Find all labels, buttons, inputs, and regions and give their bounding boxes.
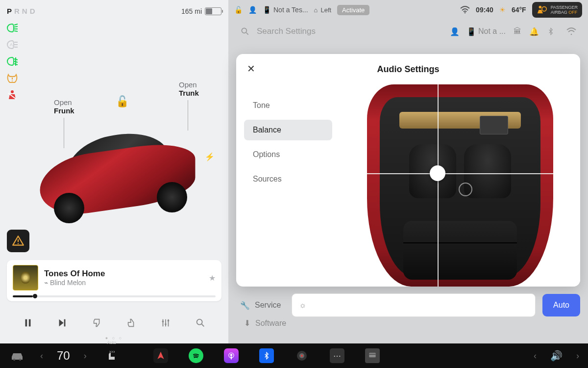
brightness-control[interactable]: ☼ [292,293,536,317]
media-progress[interactable] [13,295,216,297]
range-readout: 165 mi [181,7,202,15]
profile-icon[interactable]: 👤 [248,6,257,14]
close-button[interactable]: ✕ [247,63,255,75]
volume-down-button[interactable]: ‹ [534,351,537,361]
balance-fader-handle[interactable] [430,165,445,181]
svg-point-41 [301,355,303,357]
svg-rect-20 [64,319,66,327]
cast-icon: ⌁ [44,279,48,287]
svg-line-33 [246,33,248,35]
profile-name[interactable]: 📱Not a Tes... [263,6,308,14]
lock-icon[interactable]: 🔓 [234,6,243,14]
favorite-button[interactable]: ★ [209,273,216,283]
svg-point-25 [165,323,167,325]
tab-options[interactable]: Options [244,144,332,165]
unlock-icon[interactable]: 🔓 [116,95,129,108]
svg-rect-42 [369,353,375,357]
spotify-app-icon[interactable] [189,348,203,363]
temp-down-button[interactable]: ‹ [40,351,43,361]
gear-selector: P R N D [7,7,35,15]
svg-rect-19 [29,319,31,327]
volume-icon[interactable]: 🔊 [550,350,563,362]
phone-name[interactable]: 📱 Not a ... [466,26,506,36]
nav-app-icon[interactable] [153,348,168,363]
svg-point-35 [13,359,15,361]
seatbelt-warning-icon [6,89,19,100]
svg-rect-43 [369,354,375,355]
svg-point-27 [196,319,202,325]
thumbs-down-button[interactable] [89,316,105,330]
media-controls [7,313,221,333]
notifications-icon[interactable]: 🔔 [529,26,539,36]
car-status-panel: P R N D 165 mi A OpenFrunk OpenTrunk 🔓 ⚡ [0,0,228,343]
bluetooth-icon[interactable] [546,26,556,36]
equalizer-button[interactable] [157,316,174,330]
activate-button[interactable]: Activate [337,5,369,15]
svg-text:A: A [10,42,13,47]
bluetooth-app-icon[interactable] [259,348,274,363]
tab-balance[interactable]: Balance [244,120,332,140]
airbag-indicator: PASSENGERAIRBAG OFF [532,2,582,18]
modal-title: Audio Settings [377,64,440,75]
svg-point-26 [168,320,170,322]
main-content-panel: 🔓 👤 📱Not a Tes... ⌂ Left Activate 09:40 … [228,0,588,343]
media-card[interactable]: Tones Of Home ⌁Blind Melon ★ [7,260,221,301]
balance-crosshair-v [438,84,439,287]
volume-control: ‹ 🔊 › [534,350,579,362]
search-media-button[interactable] [192,316,209,330]
profile-icon-2[interactable]: 👤 [450,26,460,36]
auto-headlight-icon: A [6,39,19,50]
pause-button[interactable] [20,316,36,330]
svg-point-31 [542,7,546,11]
battery-icon [205,7,221,15]
settings-service[interactable]: 🔧 Service [236,296,285,315]
wifi-icon[interactable] [460,6,470,14]
tpms-warning-icon [6,73,19,83]
seat-heat-button[interactable]: Auto [103,347,120,364]
svg-point-32 [242,28,246,33]
brightness-icon: ☼ [299,301,306,310]
audio-tabs: Tone Balance Options Sources [236,84,340,287]
clock: 09:40 [476,6,493,14]
next-track-button[interactable] [54,316,71,330]
settings-search-row: Search Settings 👤 📱 Not a ... 🏛 🔔 [228,20,588,43]
more-apps-icon[interactable]: ⋯ [330,348,344,363]
album-art [13,265,38,290]
car-app-button[interactable] [9,347,25,364]
svg-point-30 [539,6,541,9]
podcasts-app-icon[interactable] [224,348,239,363]
driver-temp[interactable]: 70 [57,349,70,363]
search-icon [240,26,250,36]
cards-app-icon[interactable] [365,348,380,363]
balance-view [340,84,580,287]
brightness-auto-button[interactable]: Auto [542,294,580,316]
car-render[interactable] [20,115,216,238]
search-settings-input[interactable]: Search Settings [257,26,443,36]
svg-point-14 [11,90,14,93]
alerts-button[interactable] [7,230,29,252]
temp-up-button[interactable]: › [84,351,87,361]
audio-settings-modal: ✕ Audio Settings Tone Balance Options So… [236,54,580,287]
headlight-on-icon [6,23,19,33]
wifi-icon-2[interactable] [566,26,576,36]
outside-temp: 64°F [512,6,526,14]
svg-line-1 [14,26,18,27]
thumbs-up-button[interactable] [123,316,140,330]
sun-icon: ☀ [499,6,506,14]
svg-point-37 [230,354,232,356]
sentry-icon[interactable]: 🏛 [513,26,522,36]
svg-line-28 [202,324,204,327]
svg-point-29 [465,12,466,14]
svg-line-0 [14,24,18,25]
dashcam-app-icon[interactable] [294,348,309,363]
open-frunk-button[interactable]: OpenFrunk [54,98,74,115]
gear-p: P [7,7,12,15]
homelink-button[interactable]: ⌂ Left [314,6,332,14]
svg-point-24 [162,320,164,322]
volume-up-button[interactable]: › [576,351,579,361]
tab-tone[interactable]: Tone [244,95,332,116]
track-artist: ⌁Blind Melon [44,279,203,287]
open-trunk-button[interactable]: OpenTrunk [179,80,199,97]
tab-sources[interactable]: Sources [244,169,332,189]
settings-software[interactable]: ⬇ Software [240,314,290,333]
